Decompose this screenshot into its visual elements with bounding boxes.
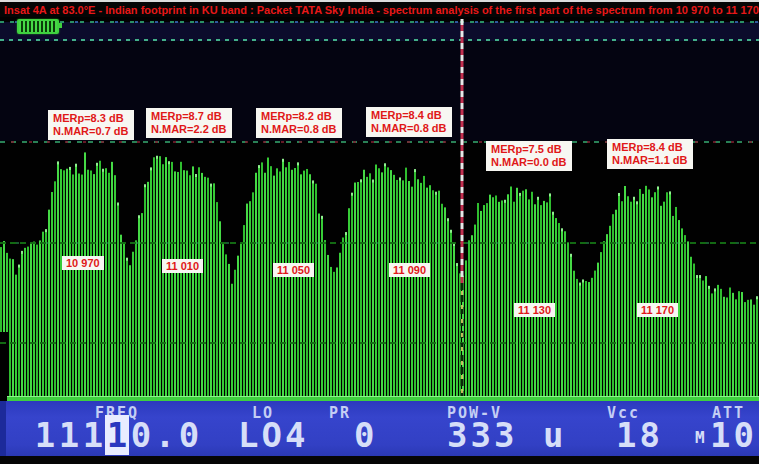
- transponder-annotation: MERp=8.4 dB N.MAR=1.1 dB: [607, 139, 693, 169]
- spectrum-analyzer-screen: Insat 4A at 83.0°E - Indian footprint in…: [0, 0, 759, 464]
- freq-digit[interactable]: 1: [81, 415, 105, 455]
- merp-value: MERp=8.3 dB: [53, 112, 129, 125]
- freq-digit[interactable]: 1: [33, 415, 57, 455]
- transponder-annotation: MERp=8.7 dB N.MAR=2.2 dB: [146, 108, 232, 138]
- status-bar: FREQ LO PR POW-V Vcc ATT 11110.0 LO4 0 3…: [0, 401, 759, 456]
- pr-value[interactable]: 0: [354, 415, 377, 455]
- pr-header: PR: [329, 404, 351, 422]
- lo-value[interactable]: LO4: [238, 415, 308, 455]
- frequency-label: 11 090: [389, 263, 430, 277]
- freq-digit[interactable]: .: [153, 415, 177, 455]
- transponder-annotation: MERp=8.2 dB N.MAR=0.8 dB: [256, 108, 342, 138]
- att-value[interactable]: 10: [710, 415, 757, 455]
- nmar-value: N.MAR=2.2 dB: [151, 123, 227, 136]
- page-title: Insat 4A at 83.0°E - Indian footprint in…: [4, 4, 759, 16]
- battery-icon: [17, 19, 59, 34]
- spectrum-plot: [0, 0, 759, 464]
- nmar-value: N.MAR=1.1 dB: [612, 154, 688, 167]
- frequency-label: 11 170: [637, 303, 678, 317]
- transponder-annotation: MERp=7.5 dB N.MAR=0.0 dB: [486, 141, 572, 171]
- frequency-label: 10 970: [62, 256, 104, 270]
- merp-value: MERp=7.5 dB: [491, 143, 567, 156]
- freq-digit[interactable]: 1: [57, 415, 81, 455]
- transponder-annotation: MERp=8.3 dB N.MAR=0.7 dB: [48, 110, 134, 140]
- freq-digit[interactable]: 0: [129, 415, 153, 455]
- nmar-value: N.MAR=0.8 dB: [261, 123, 337, 136]
- nmar-value: N.MAR=0.0 dB: [491, 156, 567, 169]
- powv-value: 333: [447, 415, 517, 455]
- vcc-value[interactable]: 18: [616, 415, 663, 455]
- freq-cursor-digit[interactable]: 1: [105, 415, 129, 455]
- bottom-bezel: [0, 456, 759, 464]
- frequency-label: 11 010: [162, 259, 203, 273]
- transponder-annotation: MERp=8.4 dB N.MAR=0.8 dB: [366, 107, 452, 137]
- title-bar: Insat 4A at 83.0°E - Indian footprint in…: [0, 0, 759, 17]
- merp-value: MERp=8.7 dB: [151, 110, 227, 123]
- frequency-label: 11 050: [273, 263, 314, 277]
- merp-value: MERp=8.2 dB: [261, 110, 337, 123]
- nmar-value: N.MAR=0.8 dB: [371, 122, 447, 135]
- merp-value: MERp=8.4 dB: [371, 109, 447, 122]
- frequency-input[interactable]: 11110.0: [33, 415, 201, 455]
- powv-unit: u: [543, 415, 566, 455]
- nmar-value: N.MAR=0.7 dB: [53, 125, 129, 138]
- freq-digit[interactable]: 0: [177, 415, 201, 455]
- merp-value: MERp=8.4 dB: [612, 141, 688, 154]
- att-mode-prefix: M: [695, 428, 705, 447]
- frequency-label: 11 130: [514, 303, 555, 317]
